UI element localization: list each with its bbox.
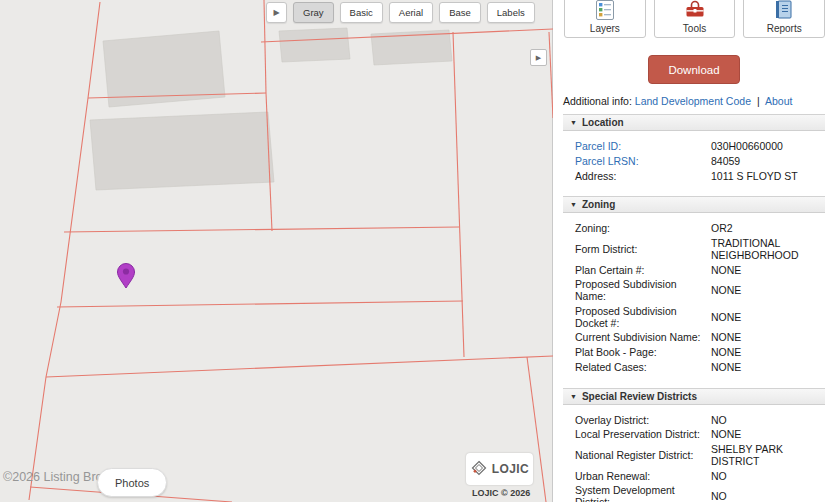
layers-button[interactable]: Layers — [564, 0, 646, 38]
basemap-gray-button[interactable]: Gray — [293, 2, 334, 23]
parcel-line — [64, 227, 459, 232]
row-value: TRADITIONAL NEIGHBORHOOD — [711, 238, 825, 262]
row-label: Proposed Subdivision Name: — [575, 279, 711, 303]
row-local-preservation-district: Local Preservation District: NONE — [575, 429, 825, 441]
parcel-line — [46, 356, 553, 377]
lojic-logo: LOJIC — [466, 453, 533, 485]
row-label: Plan Certain #: — [575, 265, 711, 277]
map-side-expand-button[interactable]: ▶ — [530, 49, 547, 66]
row-label: Related Cases: — [575, 362, 711, 374]
map-attribution: LOJIC © 2026 — [472, 488, 530, 498]
collapse-caret-icon: ▼ — [570, 201, 577, 208]
collapse-caret-icon: ▼ — [570, 393, 577, 400]
section-header-zoning[interactable]: ▼ Zoning — [563, 196, 825, 213]
parcel-id-link[interactable]: Parcel ID: — [575, 141, 711, 153]
basemap-toolbar-collapse-button[interactable]: ▶ — [266, 2, 287, 23]
row-proposed-subdivision-name: Proposed Subdivision Name: NONE — [575, 279, 825, 303]
row-overlay-district: Overlay District: NO — [575, 415, 825, 427]
row-label: Local Preservation District: — [575, 429, 711, 441]
basemap-base-button[interactable]: Base — [439, 2, 481, 23]
row-current-subdivision-name: Current Subdivision Name: NONE — [575, 332, 825, 344]
row-label: System Development District: — [575, 485, 711, 502]
row-label: Zoning: — [575, 223, 711, 235]
row-value: NONE — [711, 362, 825, 374]
section-header-location[interactable]: ▼ Location — [563, 114, 825, 131]
row-value: NONE — [711, 429, 825, 441]
parcel-line — [453, 32, 464, 357]
row-form-district: Form District: TRADITIONAL NEIGHBORHOOD — [575, 238, 825, 262]
details-panel: Layers Tools Reports Downl — [553, 0, 825, 502]
parcel-line — [57, 301, 463, 307]
row-label: Proposed Subdivision Docket #: — [575, 306, 711, 330]
section-body-special-review-districts: Overlay District: NO Local Preservation … — [563, 405, 825, 502]
row-zoning: Zoning: OR2 — [575, 223, 825, 235]
row-plan-certain: Plan Certain #: NONE — [575, 265, 825, 277]
lojic-logo-text: LOJIC — [492, 462, 529, 476]
section-title: Zoning — [582, 199, 615, 210]
row-value: NO — [711, 415, 825, 427]
reports-icon — [773, 0, 795, 21]
marker-center-dot — [123, 268, 129, 274]
row-label: Plat Book - Page: — [575, 347, 711, 359]
parcel-lrsn-value: 84059 — [711, 156, 825, 168]
section-body-zoning: Zoning: OR2 Form District: TRADITIONAL N… — [563, 213, 825, 380]
basemap-toolbar: ▶ Gray Basic Aerial Base Labels — [266, 2, 535, 23]
download-button[interactable]: Download — [648, 55, 740, 84]
section-title: Location — [582, 117, 624, 128]
parcel-lrsn-link[interactable]: Parcel LRSN: — [575, 156, 711, 168]
row-address: Address: 1011 S FLOYD ST — [575, 171, 825, 183]
row-value: NONE — [711, 312, 825, 324]
layers-button-label: Layers — [590, 23, 620, 34]
photos-button[interactable]: Photos — [97, 468, 167, 497]
section-title: Special Review Districts — [582, 391, 697, 402]
row-value: NO — [711, 471, 825, 483]
row-value: NONE — [711, 332, 825, 344]
chevron-right-icon: ▶ — [536, 54, 541, 62]
section-body-location: Parcel ID: 030H00660000 Parcel LRSN: 840… — [563, 131, 825, 189]
row-national-register-district: National Register District: SHELBY PARK … — [575, 444, 825, 468]
parcel-marker[interactable] — [118, 264, 135, 289]
row-label: Form District: — [575, 244, 711, 256]
row-label: Urban Renewal: — [575, 471, 711, 483]
row-label: Overlay District: — [575, 415, 711, 427]
reports-button[interactable]: Reports — [743, 0, 825, 38]
map-canvas[interactable]: ▶ Gray Basic Aerial Base Labels ▶ ©2026 … — [0, 0, 553, 502]
row-value: OR2 — [711, 223, 825, 235]
row-value: NONE — [711, 285, 825, 297]
row-value: NONE — [711, 347, 825, 359]
toolbox-icon — [684, 0, 706, 21]
section-header-special-review-districts[interactable]: ▼ Special Review Districts — [563, 388, 825, 405]
address-label: Address: — [575, 171, 711, 183]
panel-toolbar: Layers Tools Reports — [564, 0, 825, 38]
row-related-cases: Related Cases: NONE — [575, 362, 825, 374]
row-system-development-district: System Development District: NO — [575, 485, 825, 502]
tools-button[interactable]: Tools — [654, 0, 736, 38]
row-parcel-id: Parcel ID: 030H00660000 — [575, 141, 825, 153]
additional-info: Additional info: Land Development Code |… — [563, 95, 825, 107]
row-value: NO — [711, 491, 825, 502]
layers-icon — [594, 0, 616, 21]
building-footprint — [279, 28, 350, 62]
basemap-labels-button[interactable]: Labels — [487, 2, 535, 23]
row-value: NONE — [711, 265, 825, 277]
basemap-basic-button[interactable]: Basic — [340, 2, 383, 23]
row-parcel-lrsn: Parcel LRSN: 84059 — [575, 156, 825, 168]
parcel-map[interactable] — [0, 0, 553, 502]
lojic-diamond-icon — [470, 460, 488, 478]
row-plat-book-page: Plat Book - Page: NONE — [575, 347, 825, 359]
row-label: National Register District: — [575, 450, 711, 462]
lojic-app: ▶ Gray Basic Aerial Base Labels ▶ ©2026 … — [0, 0, 825, 502]
row-urban-renewal: Urban Renewal: NO — [575, 471, 825, 483]
row-value: SHELBY PARK DISTRICT — [711, 444, 825, 468]
building-footprint — [90, 112, 274, 190]
link-separator: | — [757, 95, 760, 107]
land-development-code-link[interactable]: Land Development Code — [635, 95, 751, 107]
basemap-aerial-button[interactable]: Aerial — [389, 2, 433, 23]
about-link[interactable]: About — [765, 95, 792, 107]
collapse-caret-icon: ▼ — [570, 119, 577, 126]
row-proposed-subdivision-docket: Proposed Subdivision Docket #: NONE — [575, 306, 825, 330]
address-value: 1011 S FLOYD ST — [711, 171, 825, 183]
row-label: Current Subdivision Name: — [575, 332, 711, 344]
parcel-line — [29, 2, 100, 500]
chevron-right-icon: ▶ — [273, 8, 279, 17]
